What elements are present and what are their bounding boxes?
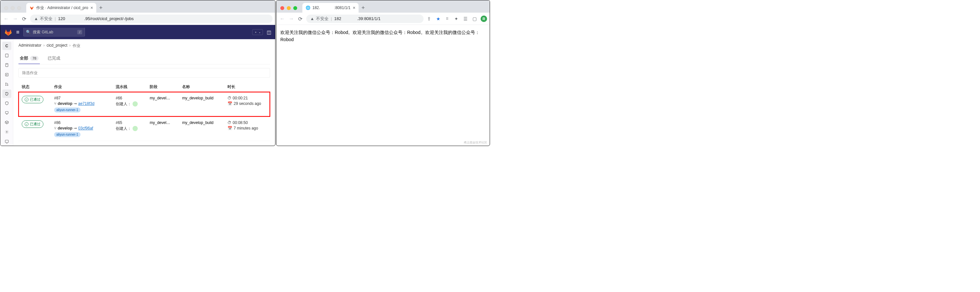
sidebar-issues-icon[interactable] [2,71,11,79]
issues-icon[interactable]: ◫ [267,29,271,35]
reload-button[interactable]: ⟳ [297,16,304,22]
hamburger-menu-icon[interactable]: ≡ [16,29,19,35]
traffic-close-icon[interactable] [280,6,284,10]
sidebar-repository-icon[interactable] [2,61,11,69]
reading-list-icon[interactable]: ☰ [463,16,468,22]
commit-icon: ⊸ [73,102,77,106]
tab-close-icon[interactable]: × [353,5,355,10]
creator-avatar-icon[interactable] [132,102,138,106]
breadcrumb: Administrator › cicd_project › 作业 [19,43,270,48]
creator-avatar-icon[interactable] [132,126,138,131]
runner-tag[interactable]: aliyun-runner-1 [54,132,80,137]
new-tab-button[interactable]: + [96,3,105,12]
back-button[interactable]: ← [3,16,10,22]
commit-link[interactable]: ae718f3d [78,102,94,106]
sidebar-monitor-icon[interactable] [2,137,11,146]
sidebar-project-info-icon[interactable] [2,51,11,60]
job-row[interactable]: ✓ 已通过 #87 ⑂ develop ⊸ ae718f3d aliyun-ru… [19,92,270,117]
svg-rect-0 [5,54,8,57]
sidebar-merge-requests-icon[interactable] [2,80,11,88]
status-badge[interactable]: ✓ 已通过 [22,96,43,103]
chrome-toolbar-2: ← → ⟳ ▲ 不安全 | 182 .39:8081/1/1 ⇪ ★ ⠿ ✦ ☰… [277,13,490,25]
job-id[interactable]: #87 [54,96,116,100]
status-badge[interactable]: ✓ 已通过 [22,121,43,128]
profile-avatar[interactable]: R [480,16,487,22]
gitlab-logo-icon[interactable] [4,28,12,36]
chrome-tab-strip-2: 🌐 182. :8081/1/1 × + [277,0,490,13]
secondary-window: 🌐 182. :8081/1/1 × + ← → ⟳ ▲ 不安全 | 182 .… [276,0,490,146]
branch-icon: ⑂ [54,126,56,130]
gitlab-sidebar: C [0,39,13,146]
tab-all[interactable]: 全部 78 [19,53,40,64]
tabs-overview-icon[interactable]: ▢ [471,16,477,22]
tab-title-suffix: :8081/1/1 [334,5,350,10]
svg-rect-7 [5,111,8,114]
tab-title: 作业 · Administrator / cicd_pro [36,5,88,10]
traffic-min-icon[interactable] [287,6,291,10]
tab-close-icon[interactable]: × [91,5,93,10]
gitlab-search-input[interactable]: 🔍 搜索 GitLab / [23,28,85,36]
extensions-puzzle-icon[interactable]: ✦ [453,16,459,22]
insecure-warning-icon: ▲ 不安全 [310,16,329,22]
col-status: 状态 [22,84,54,89]
job-name: my_develop_build [182,121,228,125]
traffic-close-icon[interactable] [4,6,8,10]
breadcrumb-project[interactable]: cicd_project [47,43,67,48]
browser-tab-page[interactable]: 🌐 182. :8081/1/1 × [302,3,359,13]
chrome-tab-strip: 作业 · Administrator / cicd_pro × + [0,0,275,13]
calendar-icon: 📅 [228,102,232,106]
page-body-text: 欢迎关注我的微信公众号：Robod。欢迎关注我的微信公众号：Robod。欢迎关注… [277,25,490,47]
pipeline-id[interactable]: #65 [116,121,150,125]
svg-point-4 [5,83,6,84]
tab-all-count: 78 [30,56,38,60]
sidebar-deployments-icon[interactable] [2,109,11,117]
job-id[interactable]: #86 [54,121,116,125]
col-pipeline: 流水线 [116,84,150,89]
reload-button[interactable]: ⟳ [21,16,27,22]
commit-link[interactable]: 03cf96af [78,126,93,130]
sidebar-project-avatar[interactable]: C [2,42,11,50]
job-finished-ago: 📅 29 seconds ago [228,102,267,106]
stopwatch-icon: ⏱ [228,96,231,100]
tab-finished[interactable]: 已完成 [46,53,62,64]
sidebar-cicd-icon[interactable] [2,90,11,98]
extension-grid-icon[interactable]: ⠿ [444,16,450,22]
search-icon: 🔍 [26,30,31,34]
back-button[interactable]: ← [279,16,285,22]
tab-title-prefix: 182. [312,5,320,10]
runner-tag[interactable]: aliyun-runner-1 [54,108,80,113]
traffic-max-icon[interactable] [293,6,297,10]
traffic-min-icon[interactable] [11,6,14,10]
create-new-dropdown[interactable]: ＋⌄ [253,29,263,35]
address-bar-2[interactable]: ▲ 不安全 | 182 .39:8081/1/1 [306,14,423,23]
job-finished-ago: 📅 7 minutes ago [228,126,267,130]
pipeline-id[interactable]: #66 [116,96,150,100]
svg-rect-1 [5,63,8,67]
breadcrumb-admin[interactable]: Administrator [19,43,41,48]
job-stage: my_devel… [150,96,182,100]
traffic-max-icon[interactable] [17,6,21,10]
job-row[interactable]: ✓ 已通过 #86 ⑂ develop ⊸ 03cf96af aliyun-ru… [19,117,270,141]
forward-button[interactable]: → [288,16,294,22]
globe-favicon-icon: 🌐 [305,5,310,10]
svg-rect-10 [5,140,8,143]
job-duration: ⏱ 00:00:21 [228,96,267,100]
address-bar[interactable]: ▲ 不安全 | 120 .95/root/cicd_project/-/jobs [30,14,272,23]
sidebar-infrastructure-icon[interactable] [2,128,11,136]
watermark-text: 稀土掘金技术社区 [464,141,487,144]
bookmark-star-icon[interactable]: ★ [435,16,441,22]
gitlab-top-nav: ≡ 🔍 搜索 GitLab / ＋⌄ ◫ [0,25,275,39]
sidebar-packages-icon[interactable] [2,118,11,127]
share-icon[interactable]: ⇪ [426,16,432,22]
jobs-tabs: 全部 78 已完成 [19,53,270,64]
branch-icon: ⑂ [54,102,56,106]
check-circle-icon: ✓ [25,122,29,126]
new-tab-button-2[interactable]: + [359,3,368,12]
browser-tab-gitlab[interactable]: 作业 · Administrator / cicd_pro × [26,3,96,13]
url-part2: .95/root/cicd_project/-/jobs [84,16,134,21]
job-stage: my_devel… [150,121,182,125]
gitlab-window: 作业 · Administrator / cicd_pro × + ← → ⟳ … [0,0,275,146]
filter-jobs-input[interactable] [19,68,270,78]
forward-button[interactable]: → [12,16,19,22]
sidebar-security-icon[interactable] [2,99,11,108]
